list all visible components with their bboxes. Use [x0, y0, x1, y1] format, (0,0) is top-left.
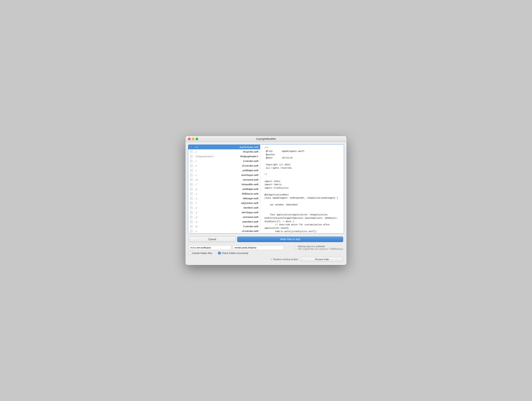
file-list-item[interactable]: ...ententItem.swift: [188, 205, 260, 210]
process-path-button[interactable]: Process Path: [301, 257, 343, 262]
replace-header-label: ✓ Replace existing header: [271, 258, 298, 261]
file-path: ...c: [194, 193, 232, 195]
options-row: Backup input to a subfolder (the origina…: [188, 245, 344, 250]
file-name: potWidget.swift: [233, 188, 258, 190]
file-path: ...r: [194, 169, 232, 172]
file-name: potWidget.swift: [233, 169, 258, 172]
traffic-lights: [188, 138, 198, 140]
file-path: ...p: [194, 188, 232, 190]
file-path: ...BridgingHeader.h: [194, 155, 232, 158]
file-checkbox[interactable]: [190, 146, 193, 149]
file-list-item[interactable]: ...rworkSegue.swift: [188, 173, 260, 177]
cancel-button[interactable]: Cancel: [189, 237, 235, 242]
file-name: ueUnwind.swift: [233, 178, 258, 181]
file-name: ueUnwind.swift: [233, 216, 258, 218]
file-list-item[interactable]: .../HotspotBtn.swift: [188, 182, 260, 187]
file-name: BridgingHeader.h: [233, 155, 258, 158]
file-list-item[interactable]: ...ioueUnwind.swift: [188, 177, 260, 182]
file-checkbox[interactable]: [190, 169, 193, 172]
file-name: nManager.swift: [233, 197, 258, 200]
main-panel: ...UAppDelegate.swift...cArrayUtils.swif…: [188, 144, 344, 234]
file-list-item[interactable]: ...cArrayUtils.swift: [188, 149, 260, 154]
file-list-item[interactable]: ...snManager.swift: [188, 196, 260, 201]
file-checkbox[interactable]: [190, 160, 193, 162]
file-name: edQuestion.swift: [233, 202, 258, 204]
file-name: deInSegue.swift: [233, 211, 258, 214]
file-list[interactable]: ...UAppDelegate.swift...cArrayUtils.swif…: [188, 145, 260, 233]
extensions-input[interactable]: [189, 245, 231, 250]
file-path: ...U: [194, 146, 232, 148]
file-name: ArrayUtils.swift: [233, 150, 258, 153]
app-window: CoprightModifier ...UAppDelegate.swift..…: [185, 136, 347, 265]
file-list-item[interactable]: ...UAppDelegate.swift: [188, 145, 260, 149]
file-list-item[interactable]: ...cvController.swift: [188, 163, 260, 168]
backup-label-line2: (the original files are copied to '.CRMB…: [298, 248, 343, 250]
file-list-item[interactable]: ...ppotWidget.swift: [188, 187, 260, 191]
window-content: ...UAppDelegate.swift...cArrayUtils.swif…: [185, 142, 347, 265]
file-checkbox[interactable]: [190, 193, 193, 195]
backup-checkbox-label[interactable]: Backup input to a subfolder (the origina…: [295, 245, 343, 250]
file-checkbox[interactable]: [190, 150, 193, 153]
file-checkbox[interactable]: [190, 207, 193, 209]
include-hidden-checkbox[interactable]: [189, 252, 191, 254]
file-name: AppDelegate.swift: [233, 146, 258, 148]
file-path: ...t: [194, 160, 232, 162]
file-path: ...e: [194, 207, 232, 209]
backup-label-line1: Backup input to a subfolder: [298, 245, 343, 248]
file-name: Controller.swift: [233, 160, 258, 162]
check-folders-label[interactable]: ✓ Check Folders recursively: [218, 252, 248, 254]
file-name: Controller.swift: [233, 225, 258, 228]
file-path: ...r: [194, 174, 232, 176]
file-path: ...s: [194, 197, 232, 200]
bottom-bar: Cancel Write Files to disk: [188, 235, 344, 243]
write-files-button[interactable]: Write Files to disk: [237, 237, 343, 242]
file-list-item[interactable]: ...aontentItem.swift: [188, 219, 260, 224]
file-checkbox[interactable]: [190, 188, 193, 191]
file-checkbox[interactable]: [190, 155, 193, 158]
file-checkbox[interactable]: [190, 220, 193, 223]
backup-checkbox[interactable]: [295, 246, 297, 249]
options-row-2: Include hidden files ✓ Check Folders rec…: [188, 252, 344, 255]
file-checkbox[interactable]: [190, 225, 193, 228]
exclude-input[interactable]: [233, 245, 284, 250]
file-path: ...p: [194, 216, 232, 218]
file-checkbox[interactable]: [190, 230, 193, 233]
file-list-item[interactable]: ...cvController.swift: [188, 229, 260, 233]
file-list-item[interactable]: ...cBSBeacon.swift: [188, 191, 260, 196]
file-list-item[interactable]: ...tedQuestion.swift: [188, 201, 260, 205]
check-folders-text: Check Folders recursively: [222, 252, 248, 254]
file-checkbox[interactable]: [190, 183, 193, 186]
file-list-item[interactable]: ...rpotWidget.swift: [188, 168, 260, 173]
file-name: ntentItem.swift: [233, 207, 258, 209]
file-list-item[interactable]: ...pueUnwind.swift: [188, 215, 260, 219]
file-checkbox[interactable]: [190, 164, 193, 167]
file-checkbox[interactable]: [190, 202, 193, 205]
file-checkbox[interactable]: [190, 174, 193, 176]
include-hidden-text: Include hidden files: [192, 252, 212, 254]
file-list-item[interactable]: ...BridgingHeader.hBridgingHeader.h: [188, 154, 260, 159]
check-folders-checkbox[interactable]: ✓: [218, 252, 221, 254]
file-list-item[interactable]: ...tController.swift: [188, 159, 260, 163]
file-name: vController.swift: [233, 164, 258, 167]
file-name: ontentItem.swift: [233, 220, 258, 223]
file-path: ...t: [194, 202, 232, 204]
file-name: workSegue.swift: [233, 174, 258, 176]
file-checkbox[interactable]: [190, 197, 193, 200]
bottom-row: ✓ Replace existing header Process Path: [188, 257, 344, 262]
file-list-item[interactable]: ...ioController.swift: [188, 224, 260, 229]
file-name: BSBeacon.swift: [233, 193, 258, 195]
window-title: CoprightModifier: [256, 137, 276, 141]
close-button[interactable]: [188, 138, 190, 140]
file-checkbox[interactable]: [190, 216, 193, 219]
include-hidden-label[interactable]: Include hidden files: [189, 252, 212, 254]
file-name: HotspotBtn.swift: [233, 183, 258, 186]
file-checkbox[interactable]: [190, 211, 193, 214]
file-checkbox[interactable]: [190, 178, 193, 181]
file-path: ...e: [194, 211, 232, 214]
file-list-item[interactable]: ...edeInSegue.swift: [188, 210, 260, 215]
minimize-button[interactable]: [192, 138, 194, 140]
file-path: ...io: [194, 225, 232, 228]
code-preview: /** @file AppDelegate.swift @author @dat…: [262, 145, 344, 233]
maximize-button[interactable]: [196, 138, 198, 140]
file-path: .../: [194, 183, 232, 186]
